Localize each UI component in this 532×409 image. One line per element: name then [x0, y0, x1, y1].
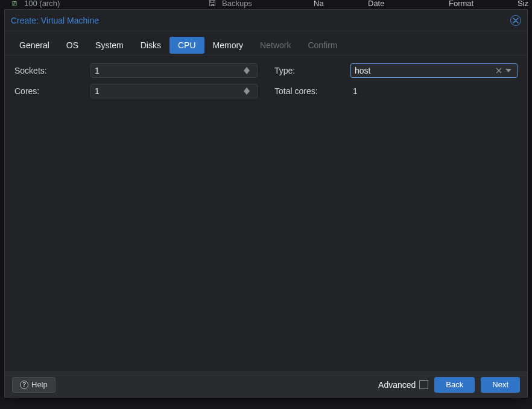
sockets-row: Sockets: 1: [14, 63, 258, 78]
help-icon: ?: [20, 381, 28, 389]
type-select[interactable]: host: [350, 63, 518, 78]
advanced-toggle: Advanced: [378, 380, 428, 390]
total-cores-row: Total cores: 1: [274, 83, 518, 99]
wizard-tabs: General OS System Disks CPU Memory Netwo…: [5, 31, 527, 55]
tab-memory[interactable]: Memory: [204, 37, 252, 54]
bg-col-name: Na: [314, 0, 324, 8]
help-label: Help: [31, 380, 48, 389]
tab-confirm: Confirm: [299, 37, 346, 54]
sockets-spinner-buttons[interactable]: [244, 67, 253, 74]
total-cores-label: Total cores:: [274, 86, 350, 96]
type-dropdown-trigger[interactable]: [504, 69, 513, 72]
advanced-checkbox[interactable]: [419, 380, 428, 389]
sockets-value: 1: [95, 66, 244, 75]
sockets-label: Sockets:: [14, 66, 90, 75]
create-vm-dialog: Create: Virtual Machine General OS Syste…: [4, 9, 528, 398]
clear-icon: [496, 68, 502, 74]
chevron-down-icon: [244, 71, 250, 74]
dialog-titlebar: Create: Virtual Machine: [5, 10, 527, 31]
cores-input[interactable]: 1: [90, 84, 258, 98]
bg-col-date: Date: [368, 0, 384, 8]
bg-col-size: Siz: [518, 0, 528, 8]
chevron-down-icon: [244, 91, 250, 95]
sockets-input[interactable]: 1: [90, 63, 258, 78]
close-button[interactable]: [510, 15, 521, 26]
type-clear-button[interactable]: [494, 68, 504, 74]
dialog-title: Create: Virtual Machine: [11, 16, 99, 25]
chevron-down-icon: [505, 69, 511, 72]
type-value: host: [355, 66, 494, 75]
type-label: Type:: [274, 66, 350, 75]
tab-os[interactable]: OS: [58, 37, 87, 54]
tab-disks[interactable]: Disks: [132, 37, 169, 54]
next-button[interactable]: Next: [481, 377, 520, 393]
help-button[interactable]: ? Help: [12, 377, 55, 393]
tab-general[interactable]: General: [11, 37, 58, 54]
cores-row: Cores: 1: [14, 83, 258, 99]
dialog-footer: ? Help Advanced Back Next: [5, 372, 527, 397]
cores-label: Cores:: [14, 86, 90, 96]
cores-value: 1: [95, 86, 244, 96]
tab-system[interactable]: System: [87, 37, 132, 54]
advanced-label: Advanced: [378, 380, 416, 390]
type-row: Type: host: [274, 63, 518, 78]
back-button[interactable]: Back: [434, 377, 475, 393]
form-body: Sockets: 1 Cores: 1: [5, 55, 527, 372]
total-cores-value: 1: [350, 86, 358, 96]
cores-spinner-buttons[interactable]: [244, 87, 253, 95]
close-icon: [513, 17, 519, 24]
tab-cpu[interactable]: CPU: [169, 37, 204, 54]
form-left-column: Sockets: 1 Cores: 1: [14, 63, 258, 364]
tab-network: Network: [252, 37, 299, 54]
bg-col-format: Format: [449, 0, 473, 8]
form-right-column: Type: host Total cores: 1: [274, 63, 518, 364]
